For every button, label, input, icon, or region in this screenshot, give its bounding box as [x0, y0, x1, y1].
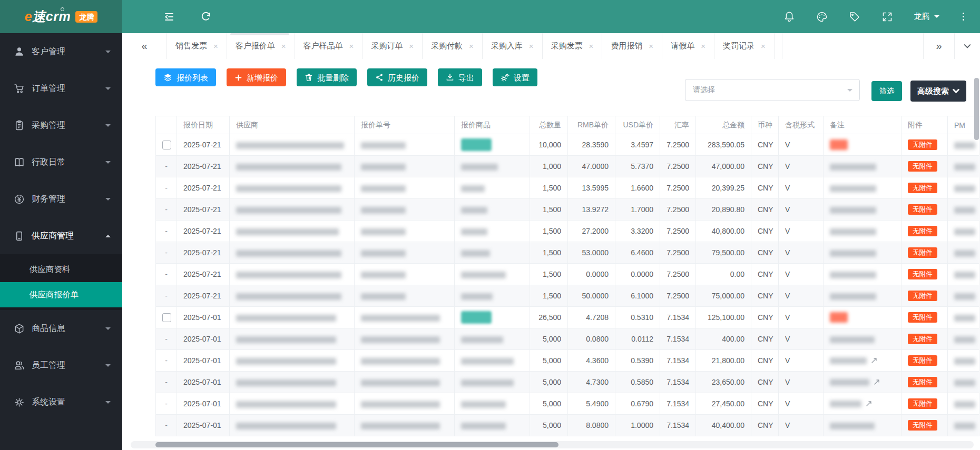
user-menu[interactable]: 龙腾 — [914, 12, 939, 22]
column-header-rmb[interactable]: RMB单价 — [568, 116, 615, 134]
column-header-cb[interactable] — [156, 116, 177, 134]
attachment-badge[interactable]: 无附件 — [908, 226, 937, 237]
table-row[interactable]: -2025-07-211,50013.92721.70007.250020,89… — [156, 199, 979, 221]
tab[interactable]: 请假单× — [662, 33, 714, 59]
table-row[interactable]: -2025-07-015,0008.08001.00007.153440,400… — [156, 415, 979, 436]
tabstrip-scrollbar[interactable] — [230, 33, 289, 35]
table-row[interactable]: 2025-07-0126,5004.72080.53107.1534125,10… — [156, 307, 979, 328]
table-row[interactable]: -2025-07-211,50053.00006.46007.250079,50… — [156, 242, 979, 264]
close-icon[interactable]: × — [409, 42, 414, 50]
sidebar-item-notebook[interactable]: 行政日常 — [0, 144, 122, 181]
refresh-icon[interactable] — [200, 11, 212, 23]
close-icon[interactable]: × — [529, 42, 534, 50]
tag-icon[interactable] — [849, 11, 860, 23]
sidebar-item-cart[interactable]: 订单管理 — [0, 70, 122, 107]
toolbar-button-gears[interactable]: 设置 — [493, 68, 537, 86]
column-header-quote_no[interactable]: 报价单号 — [355, 116, 455, 134]
close-icon[interactable]: × — [649, 42, 653, 50]
close-icon[interactable]: × — [761, 42, 766, 50]
close-icon[interactable]: × — [213, 42, 218, 50]
tab[interactable]: 销售发票× — [166, 33, 227, 59]
sidebar-item-device[interactable]: 供应商管理 — [0, 217, 122, 254]
table-row[interactable]: -2025-07-015,0005.49000.67907.153427,450… — [156, 393, 979, 415]
column-header-qty[interactable]: 总数量 — [530, 116, 568, 134]
toolbar-button-plus[interactable]: 新增报价 — [227, 68, 286, 86]
table-row[interactable]: -2025-07-015,0000.08000.01127.1534400.00… — [156, 328, 979, 350]
close-icon[interactable]: × — [589, 42, 594, 50]
toolbar-button-share[interactable]: 历史报价 — [367, 68, 427, 86]
sidebar-subitem[interactable]: 供应商资料 — [0, 257, 122, 282]
table-row[interactable]: -2025-07-211,50050.00006.10007.250075,00… — [156, 285, 979, 307]
tab[interactable]: 采购付款× — [423, 33, 483, 59]
table-row[interactable]: -2025-07-211,50013.59951.66007.250020,39… — [156, 177, 979, 199]
close-icon[interactable]: × — [469, 42, 474, 50]
close-icon[interactable]: × — [701, 42, 705, 50]
attachment-badge[interactable]: 无附件 — [908, 183, 937, 194]
advanced-search-button[interactable]: 高级搜索 — [910, 81, 966, 102]
filter-select[interactable]: 请选择 — [685, 79, 860, 101]
attachment-badge[interactable]: 无附件 — [908, 377, 937, 388]
column-header-date[interactable]: 报价日期 — [177, 116, 230, 134]
row-checkbox[interactable] — [162, 313, 171, 322]
column-header-remark[interactable]: 备注 — [824, 116, 901, 134]
attachment-badge[interactable]: 无附件 — [908, 139, 937, 151]
close-icon[interactable]: × — [349, 42, 354, 50]
theme-palette-icon[interactable] — [816, 11, 828, 23]
toolbar-button-download[interactable]: 导出 — [438, 68, 482, 86]
table-row[interactable]: -2025-07-211,50027.20003.32007.250040,80… — [156, 221, 979, 242]
attachment-badge[interactable]: 无附件 — [908, 291, 937, 302]
table-row[interactable]: -2025-07-211,5000.00000.00007.25000.00CN… — [156, 264, 979, 285]
column-header-usd[interactable]: USD单价 — [615, 116, 660, 134]
sidebar-item-cube[interactable]: 商品信息 — [0, 310, 122, 347]
collapse-sidebar-icon[interactable] — [163, 11, 175, 23]
table-row[interactable]: -2025-07-015,0004.73000.58507.153423,650… — [156, 372, 979, 393]
tabs-scroll-right-button[interactable]: » — [923, 33, 954, 59]
column-header-attachment[interactable]: 附件 — [901, 116, 948, 134]
attachment-badge[interactable]: 无附件 — [908, 312, 937, 323]
notifications-bell-icon[interactable] — [783, 11, 795, 23]
tab[interactable]: 奖罚记录× — [714, 33, 775, 59]
tab[interactable]: 客户样品单× — [295, 33, 363, 59]
sidebar-item-clipboard[interactable]: 采购管理 — [0, 107, 122, 144]
brand-logo[interactable]: e速crm 龙腾 — [0, 0, 122, 33]
vertical-scrollbar-thumb[interactable] — [974, 78, 979, 140]
tab[interactable]: 采购入库× — [483, 33, 543, 59]
toolbar-button-layers[interactable]: 报价列表 — [155, 68, 216, 86]
attachment-badge[interactable]: 无附件 — [908, 247, 937, 258]
column-header-currency[interactable]: 币种 — [751, 116, 779, 134]
table-row[interactable]: 2025-07-2110,00028.35903.45977.2500283,5… — [156, 134, 979, 156]
attachment-badge[interactable]: 无附件 — [908, 161, 937, 172]
filter-button[interactable]: 筛选 — [871, 81, 902, 101]
attachment-badge[interactable]: 无附件 — [908, 204, 937, 215]
column-header-supplier[interactable]: 供应商 — [230, 116, 355, 134]
sidebar-item-yen-circle[interactable]: 财务管理 — [0, 181, 122, 217]
sidebar-subitem-active[interactable]: 供应商报价单 — [0, 282, 122, 307]
column-header-rate[interactable]: 汇率 — [660, 116, 696, 134]
attachment-badge[interactable]: 无附件 — [908, 334, 937, 345]
attachment-badge[interactable]: 无附件 — [908, 420, 937, 431]
expand-icon[interactable] — [874, 378, 880, 387]
tab[interactable]: 客户报价单× — [227, 33, 295, 59]
expand-icon[interactable] — [866, 400, 872, 408]
attachment-badge[interactable]: 无附件 — [908, 355, 937, 366]
tabs-dropdown-button[interactable] — [954, 33, 980, 59]
table-row[interactable]: -2025-07-211,00047.00005.73707.250047,00… — [156, 156, 979, 177]
attachment-badge[interactable]: 无附件 — [908, 398, 937, 409]
horizontal-scrollbar-thumb[interactable] — [155, 442, 558, 447]
sidebar-item-users[interactable]: 员工管理 — [0, 347, 122, 384]
tabs-scroll-left-button[interactable]: « — [122, 33, 166, 59]
column-header-total[interactable]: 总金额 — [696, 116, 751, 134]
kebab-menu-icon[interactable] — [961, 10, 967, 23]
column-header-tax[interactable]: 含税形式 — [779, 116, 824, 134]
close-icon[interactable]: × — [281, 42, 286, 50]
tab[interactable]: 采购订单× — [362, 33, 423, 59]
table-row[interactable]: -2025-07-015,0004.36000.53907.153421,800… — [156, 350, 979, 372]
tab[interactable]: 采购发票× — [543, 33, 603, 59]
column-header-product[interactable]: 报价商品 — [455, 116, 530, 134]
expand-icon[interactable] — [871, 357, 877, 365]
sidebar-item-user[interactable]: 客户管理 — [0, 33, 122, 70]
row-checkbox[interactable] — [162, 141, 171, 149]
tab[interactable]: 费用报销× — [602, 33, 662, 59]
fullscreen-icon[interactable] — [881, 11, 893, 23]
toolbar-button-trash[interactable]: 批量删除 — [297, 68, 357, 86]
